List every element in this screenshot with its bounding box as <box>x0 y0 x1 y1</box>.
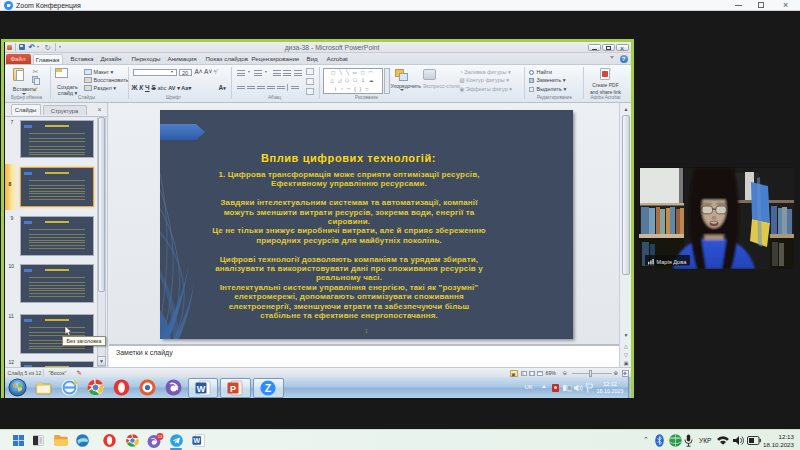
svg-text:Z: Z <box>264 382 271 394</box>
svg-text:W: W <box>196 383 205 393</box>
svg-text:P: P <box>229 383 235 393</box>
svg-text:13: 13 <box>158 434 163 439</box>
svg-text:Марія Дова: Марія Дова <box>657 259 688 265</box>
svg-text:W: W <box>193 437 200 444</box>
